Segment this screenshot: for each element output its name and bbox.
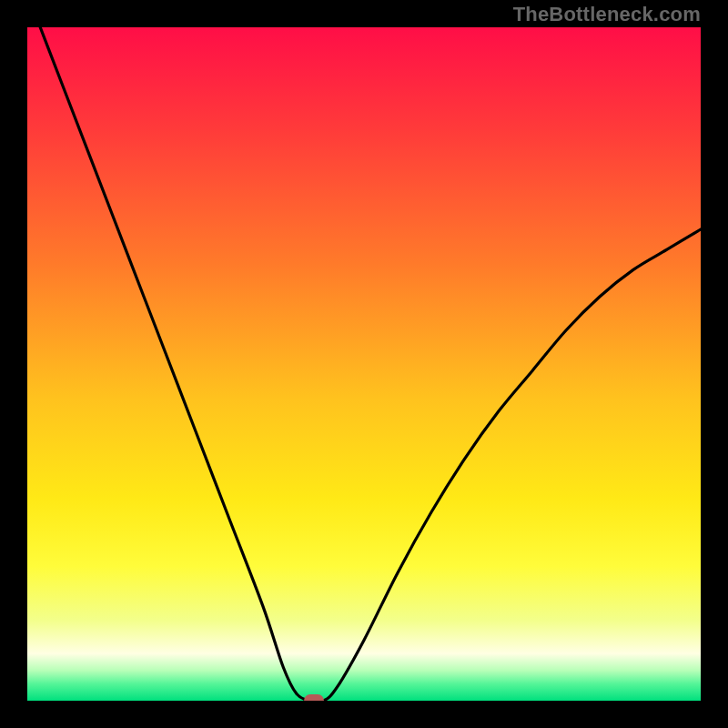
- optimum-marker: [304, 694, 324, 701]
- plot-area: [27, 27, 701, 701]
- bottleneck-curve: [27, 27, 701, 701]
- attribution-text: TheBottleneck.com: [513, 3, 701, 26]
- chart-frame: TheBottleneck.com: [0, 0, 728, 728]
